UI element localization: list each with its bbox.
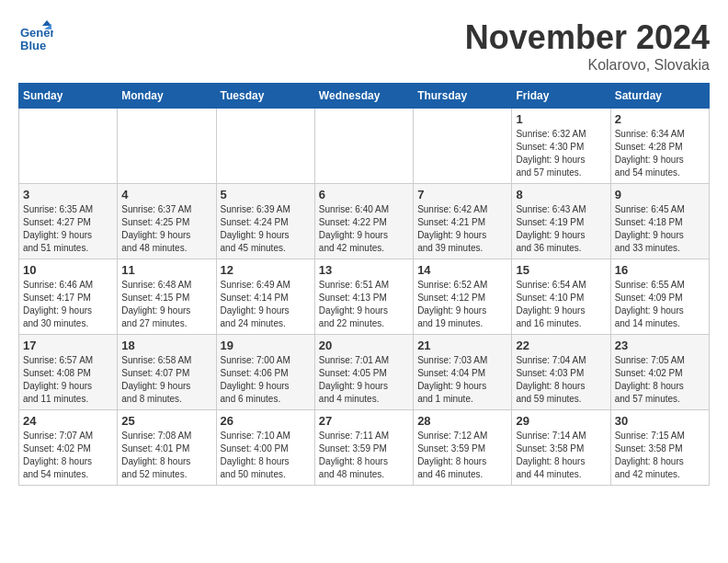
day-number: 12: [221, 263, 311, 277]
calendar-cell: 16Sunrise: 6:55 AMSunset: 4:09 PMDayligh…: [610, 259, 709, 335]
day-number: 30: [615, 414, 705, 428]
day-number: 26: [221, 414, 311, 428]
week-row-4: 17Sunrise: 6:57 AMSunset: 4:08 PMDayligh…: [19, 335, 710, 410]
calendar-cell: 24Sunrise: 7:07 AMSunset: 4:02 PMDayligh…: [19, 410, 118, 486]
month-title: November 2024: [465, 18, 710, 57]
calendar-cell: [216, 109, 314, 184]
weekday-header-wednesday: Wednesday: [314, 84, 413, 109]
calendar-cell: 23Sunrise: 7:05 AMSunset: 4:02 PMDayligh…: [610, 335, 709, 410]
calendar-cell: 19Sunrise: 7:00 AMSunset: 4:06 PMDayligh…: [216, 335, 314, 410]
location: Kolarovo, Slovakia: [465, 57, 710, 74]
calendar-cell: 8Sunrise: 6:43 AMSunset: 4:19 PMDaylight…: [512, 184, 610, 259]
calendar-cell: 9Sunrise: 6:45 AMSunset: 4:18 PMDaylight…: [610, 184, 709, 259]
day-info: Sunrise: 7:08 AMSunset: 4:01 PMDaylight:…: [121, 430, 211, 481]
day-info: Sunrise: 7:14 AMSunset: 3:58 PMDaylight:…: [516, 430, 606, 481]
day-number: 16: [615, 263, 705, 277]
day-info: Sunrise: 6:35 AMSunset: 4:27 PMDaylight:…: [23, 203, 113, 255]
calendar-cell: 26Sunrise: 7:10 AMSunset: 4:00 PMDayligh…: [216, 410, 314, 486]
calendar-cell: 3Sunrise: 6:35 AMSunset: 4:27 PMDaylight…: [19, 184, 118, 259]
weekday-header-tuesday: Tuesday: [216, 84, 314, 109]
day-number: 21: [417, 339, 507, 352]
day-number: 15: [516, 263, 606, 277]
day-info: Sunrise: 6:43 AMSunset: 4:19 PMDaylight:…: [516, 203, 606, 255]
svg-marker-2: [42, 20, 51, 26]
day-info: Sunrise: 6:39 AMSunset: 4:24 PMDaylight:…: [221, 203, 311, 255]
day-info: Sunrise: 6:52 AMSunset: 4:12 PMDaylight:…: [417, 279, 507, 330]
calendar-cell: 30Sunrise: 7:15 AMSunset: 3:58 PMDayligh…: [610, 410, 709, 486]
day-info: Sunrise: 6:58 AMSunset: 4:07 PMDaylight:…: [121, 354, 211, 406]
weekday-header-sunday: Sunday: [19, 84, 118, 109]
day-info: Sunrise: 6:32 AMSunset: 4:30 PMDaylight:…: [516, 128, 606, 179]
day-number: 29: [516, 414, 606, 428]
day-number: 27: [319, 414, 409, 428]
day-number: 18: [121, 339, 211, 352]
day-info: Sunrise: 7:03 AMSunset: 4:04 PMDaylight:…: [417, 354, 507, 406]
calendar-cell: [118, 109, 216, 184]
calendar-cell: 15Sunrise: 6:54 AMSunset: 4:10 PMDayligh…: [512, 259, 610, 335]
day-number: 4: [121, 188, 211, 201]
day-info: Sunrise: 6:57 AMSunset: 4:08 PMDaylight:…: [23, 354, 113, 406]
day-number: 1: [516, 112, 606, 126]
day-number: 19: [221, 339, 311, 352]
day-info: Sunrise: 6:34 AMSunset: 4:28 PMDaylight:…: [615, 128, 705, 179]
header: General Blue November 2024 Kolarovo, Slo…: [18, 18, 710, 74]
day-info: Sunrise: 6:48 AMSunset: 4:15 PMDaylight:…: [121, 279, 211, 330]
day-info: Sunrise: 6:45 AMSunset: 4:18 PMDaylight:…: [615, 203, 705, 255]
day-info: Sunrise: 7:00 AMSunset: 4:06 PMDaylight:…: [221, 354, 311, 406]
weekday-header-row: SundayMondayTuesdayWednesdayThursdayFrid…: [19, 84, 710, 109]
day-info: Sunrise: 7:11 AMSunset: 3:59 PMDaylight:…: [319, 430, 409, 481]
weekday-header-monday: Monday: [118, 84, 216, 109]
calendar-cell: 11Sunrise: 6:48 AMSunset: 4:15 PMDayligh…: [118, 259, 216, 335]
calendar-cell: 6Sunrise: 6:40 AMSunset: 4:22 PMDaylight…: [314, 184, 413, 259]
day-number: 20: [319, 339, 409, 352]
day-info: Sunrise: 6:46 AMSunset: 4:17 PMDaylight:…: [23, 279, 113, 330]
calendar-cell: 18Sunrise: 6:58 AMSunset: 4:07 PMDayligh…: [118, 335, 216, 410]
day-info: Sunrise: 7:01 AMSunset: 4:05 PMDaylight:…: [319, 354, 409, 406]
day-info: Sunrise: 6:51 AMSunset: 4:13 PMDaylight:…: [319, 279, 409, 330]
calendar-cell: 20Sunrise: 7:01 AMSunset: 4:05 PMDayligh…: [314, 335, 413, 410]
title-area: November 2024 Kolarovo, Slovakia: [465, 18, 710, 74]
day-number: 3: [23, 188, 113, 201]
calendar-cell: 25Sunrise: 7:08 AMSunset: 4:01 PMDayligh…: [118, 410, 216, 486]
day-number: 8: [516, 188, 606, 201]
calendar-cell: 29Sunrise: 7:14 AMSunset: 3:58 PMDayligh…: [512, 410, 610, 486]
calendar: SundayMondayTuesdayWednesdayThursdayFrid…: [18, 83, 710, 486]
logo: General Blue: [18, 18, 53, 53]
svg-text:Blue: Blue: [20, 39, 46, 52]
weekday-header-saturday: Saturday: [610, 84, 709, 109]
day-number: 23: [615, 339, 705, 352]
day-number: 10: [23, 263, 113, 277]
week-row-3: 10Sunrise: 6:46 AMSunset: 4:17 PMDayligh…: [19, 259, 710, 335]
week-row-2: 3Sunrise: 6:35 AMSunset: 4:27 PMDaylight…: [19, 184, 710, 259]
calendar-cell: [414, 109, 512, 184]
calendar-cell: 28Sunrise: 7:12 AMSunset: 3:59 PMDayligh…: [414, 410, 512, 486]
calendar-cell: 22Sunrise: 7:04 AMSunset: 4:03 PMDayligh…: [512, 335, 610, 410]
logo-icon: General Blue: [18, 18, 53, 53]
day-info: Sunrise: 7:05 AMSunset: 4:02 PMDaylight:…: [615, 354, 705, 406]
calendar-cell: 27Sunrise: 7:11 AMSunset: 3:59 PMDayligh…: [314, 410, 413, 486]
day-info: Sunrise: 7:04 AMSunset: 4:03 PMDaylight:…: [516, 354, 606, 406]
calendar-cell: 4Sunrise: 6:37 AMSunset: 4:25 PMDaylight…: [118, 184, 216, 259]
day-info: Sunrise: 7:10 AMSunset: 4:00 PMDaylight:…: [221, 430, 311, 481]
day-info: Sunrise: 6:42 AMSunset: 4:21 PMDaylight:…: [417, 203, 507, 255]
calendar-cell: 1Sunrise: 6:32 AMSunset: 4:30 PMDaylight…: [512, 109, 610, 184]
day-info: Sunrise: 6:55 AMSunset: 4:09 PMDaylight:…: [615, 279, 705, 330]
day-number: 5: [221, 188, 311, 201]
calendar-cell: 10Sunrise: 6:46 AMSunset: 4:17 PMDayligh…: [19, 259, 118, 335]
day-info: Sunrise: 6:54 AMSunset: 4:10 PMDaylight:…: [516, 279, 606, 330]
day-number: 28: [417, 414, 507, 428]
day-number: 17: [23, 339, 113, 352]
calendar-cell: 12Sunrise: 6:49 AMSunset: 4:14 PMDayligh…: [216, 259, 314, 335]
day-number: 7: [417, 188, 507, 201]
week-row-5: 24Sunrise: 7:07 AMSunset: 4:02 PMDayligh…: [19, 410, 710, 486]
day-number: 14: [417, 263, 507, 277]
weekday-header-thursday: Thursday: [414, 84, 512, 109]
day-number: 22: [516, 339, 606, 352]
day-number: 11: [121, 263, 211, 277]
day-info: Sunrise: 7:07 AMSunset: 4:02 PMDaylight:…: [23, 430, 113, 481]
day-info: Sunrise: 6:40 AMSunset: 4:22 PMDaylight:…: [319, 203, 409, 255]
day-info: Sunrise: 6:37 AMSunset: 4:25 PMDaylight:…: [121, 203, 211, 255]
week-row-1: 1Sunrise: 6:32 AMSunset: 4:30 PMDaylight…: [19, 109, 710, 184]
weekday-header-friday: Friday: [512, 84, 610, 109]
day-number: 24: [23, 414, 113, 428]
